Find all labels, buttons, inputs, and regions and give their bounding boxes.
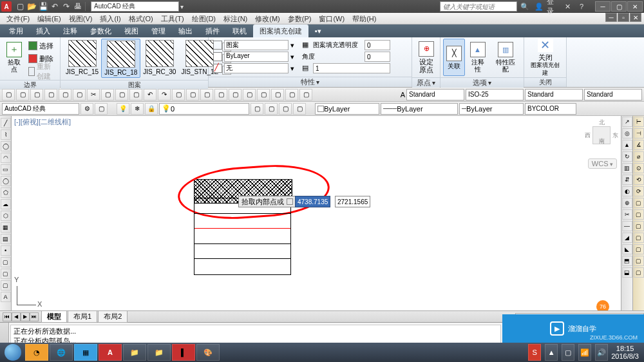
pb1-btn[interactable]: ▢ <box>172 89 185 100</box>
pb1-btn[interactable]: ↷ <box>158 89 171 100</box>
qat-save-icon[interactable]: 💾 <box>37 1 49 12</box>
mod-tool-icon[interactable]: ⇵ <box>622 175 632 185</box>
layer-btn[interactable]: ▢ <box>279 103 292 115</box>
tray-lang-icon[interactable]: ▢ <box>562 344 574 361</box>
dimstyle-select[interactable]: ISO-25 <box>466 89 524 100</box>
dim-tool-icon[interactable]: ∡ <box>634 140 644 150</box>
taskbar-app[interactable]: ▦ <box>74 344 97 361</box>
menu-param[interactable]: 参数(P) <box>284 13 316 24</box>
mod-tool-icon[interactable]: ◐ <box>622 186 632 196</box>
menu-tools[interactable]: 工具(T) <box>157 13 188 24</box>
menu-format[interactable]: 格式(O) <box>125 13 157 24</box>
ribbon-tab-addins[interactable]: 插件 <box>199 24 226 37</box>
taskbar-app[interactable]: A <box>99 344 122 361</box>
recreate-button[interactable]: 重新创建 <box>27 66 56 77</box>
hatch-bg-select[interactable]: 无 <box>224 63 289 73</box>
mod-tool-icon[interactable]: ⊕ <box>622 198 632 208</box>
tool-icon[interactable]: • <box>1 245 11 256</box>
taskbar-app[interactable]: 🎨 <box>196 344 220 361</box>
chevron-down-icon[interactable]: ▾ <box>290 41 294 50</box>
minimize-button[interactable]: ─ <box>595 1 611 12</box>
tool-icon[interactable]: ▦ <box>1 222 11 233</box>
dim-tool-icon[interactable]: ▢ <box>634 244 644 254</box>
taskbar-app[interactable]: ◔ <box>25 344 48 361</box>
ribbon-tab-annotate[interactable]: 注释 <box>57 24 84 37</box>
menu-insert[interactable]: 插入(I) <box>96 13 124 24</box>
ribbon-tab-extra[interactable]: ▪▾ <box>308 24 328 37</box>
pb1-btn[interactable]: ▢ <box>243 89 256 100</box>
dim-tool-icon[interactable]: ▢ <box>634 233 644 243</box>
viewcube-east[interactable]: 东 <box>612 131 618 140</box>
pb1-btn[interactable]: ▢ <box>186 89 199 100</box>
dim-tool-icon[interactable]: ▢ <box>634 256 644 266</box>
doc-close-button[interactable]: ✕ <box>630 13 641 22</box>
text-tool-icon[interactable]: A <box>1 292 11 302</box>
dim-tool-icon[interactable]: ⟲ <box>634 175 644 185</box>
tool-icon[interactable]: ▢ <box>1 269 11 279</box>
rect-tool-icon[interactable]: ▭ <box>1 164 11 175</box>
mod-tool-icon[interactable]: ⬒ <box>622 256 632 266</box>
origin-button[interactable]: ⊕设定原点 <box>415 39 438 76</box>
mlstyle-select[interactable]: Standard <box>584 89 642 100</box>
dim-tool-icon[interactable]: ▢ <box>634 267 644 278</box>
menu-draw[interactable]: 绘图(D) <box>188 13 220 24</box>
viewcube-north[interactable]: 北 <box>599 119 605 127</box>
taskbar-clock[interactable]: 18:152016/8/3 <box>611 345 639 360</box>
dim-tool-icon[interactable]: ▢ <box>634 209 644 220</box>
mod-tool-icon[interactable]: ↻ <box>622 151 632 162</box>
ws-btn[interactable]: ▢ <box>95 103 108 115</box>
tray-icon[interactable]: ▲ <box>545 344 558 361</box>
pb1-btn[interactable]: ▢ <box>129 89 142 100</box>
view-cube[interactable]: 北 西 东 南 <box>585 119 618 157</box>
layer-btn[interactable]: 🔒 <box>145 103 158 115</box>
pb1-btn[interactable]: ▢ <box>299 89 312 100</box>
exchange-icon[interactable]: ✕ <box>561 1 574 12</box>
view-label[interactable]: [-][俯视][二维线框] <box>14 117 71 127</box>
menu-help[interactable]: 帮助(H) <box>348 13 380 24</box>
circle-tool-icon[interactable]: ◯ <box>1 141 11 151</box>
mod-tool-icon[interactable]: — <box>622 221 632 231</box>
mod-tool-icon[interactable]: ◢ <box>622 233 632 243</box>
drawing-canvas[interactable]: [-][俯视][二维线框] 北 西 东 南 WCS ▾ 拾取内部点或 4738.… <box>12 116 621 310</box>
pick-points-button[interactable]: ＋ 拾取点 <box>3 39 26 76</box>
tool-icon[interactable]: ☁ <box>1 199 11 209</box>
ribbon-tab-hatch[interactable]: 图案填充创建 <box>253 24 308 37</box>
mod-tool-icon[interactable]: ⬓ <box>622 267 632 278</box>
annotative-button[interactable]: ▲注释性 <box>465 39 490 76</box>
line-tool-icon[interactable]: ╱ <box>1 118 11 128</box>
taskbar-app[interactable]: 📁 <box>147 344 171 361</box>
search-input[interactable] <box>440 1 517 12</box>
pb1-btn[interactable]: ▢ <box>44 89 57 100</box>
ws-btn[interactable]: ⚙ <box>80 103 93 115</box>
mod-tool-icon[interactable]: ◣ <box>622 244 632 254</box>
maximize-button[interactable]: ▢ <box>611 1 627 12</box>
pline-tool-icon[interactable]: ⌇ <box>1 129 11 140</box>
lineweight-select[interactable]: ─ ByLayer <box>459 103 524 115</box>
tool-icon[interactable]: ⬠ <box>1 187 11 198</box>
doc-restore-button[interactable]: ▫ <box>618 13 629 22</box>
pattern-swatch-0[interactable]: JIS_RC_15 <box>63 39 101 77</box>
scale-input[interactable] <box>313 63 390 73</box>
mod-tool-icon[interactable]: ▲ <box>622 140 632 150</box>
menu-dim[interactable]: 标注(N) <box>220 13 251 24</box>
dim-tool-icon[interactable]: ⊣ <box>634 128 644 138</box>
help-icon[interactable]: ? <box>575 1 588 12</box>
arc-tool-icon[interactable]: ◠ <box>1 153 11 163</box>
transparency-input[interactable] <box>365 40 390 50</box>
layer-btn[interactable]: ▢ <box>251 103 263 115</box>
plotstyle-select[interactable]: BYCOLOR <box>525 103 576 115</box>
layer-btn[interactable]: ▢ <box>293 103 306 115</box>
layer-btn[interactable]: ❄ <box>131 103 144 115</box>
chevron-down-icon[interactable]: ▾ <box>290 64 294 73</box>
layer-btn[interactable]: 💡 <box>117 103 129 115</box>
viewcube-west[interactable]: 西 <box>585 131 591 140</box>
workspace-select[interactable]: AutoCAD 经典 <box>2 103 79 115</box>
pb1-btn[interactable]: ▢ <box>59 89 71 100</box>
tab-last-icon[interactable]: ⏭ <box>30 312 39 321</box>
dim-tool-icon[interactable]: ▢ <box>634 221 644 231</box>
pb1-btn[interactable]: ▢ <box>285 89 298 100</box>
chevron-down-icon[interactable]: ▾ <box>290 53 294 61</box>
tool-icon[interactable]: ▢ <box>1 280 11 291</box>
ribbon-tab-output[interactable]: 输出 <box>172 24 199 37</box>
tablestyle-select[interactable]: Standard <box>525 89 583 100</box>
